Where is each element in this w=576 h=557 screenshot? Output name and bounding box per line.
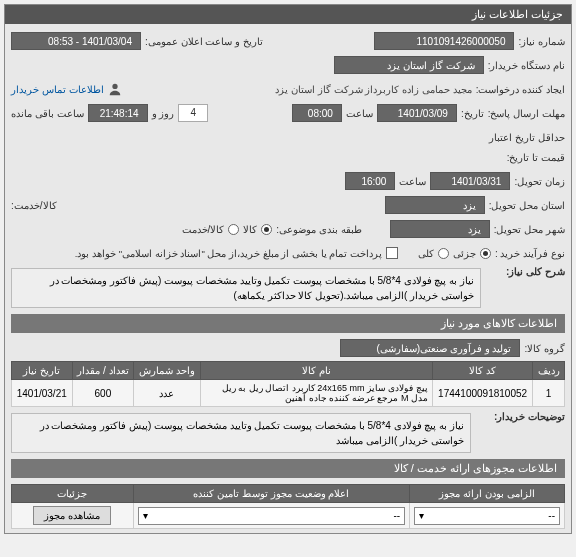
time-label-2: ساعت xyxy=(399,176,426,187)
public-date-value: 1401/03/04 - 08:53 xyxy=(11,32,141,50)
day-value: 4 xyxy=(178,104,208,122)
permit-required-select[interactable]: -- ▾ xyxy=(414,507,560,525)
th-code: کد کالا xyxy=(432,362,532,380)
td-unit: عدد xyxy=(134,380,200,407)
permit-required-value: -- xyxy=(548,510,555,521)
payment-note: پرداخت تمام یا بخشی از مبلغ خرید،از محل … xyxy=(75,248,382,259)
permits-row: -- ▾ -- ▾ مشاهده مجوز xyxy=(12,503,565,529)
delivery-time: 16:00 xyxy=(345,172,395,190)
main-header: جزئیات اطلاعات نیاز xyxy=(5,5,571,24)
main-desc-box: نیاز به پیچ فولادی 4*5/8 با مشخصات پیوست… xyxy=(11,268,481,308)
td-qty: 600 xyxy=(72,380,134,407)
goods-radio[interactable] xyxy=(261,224,272,235)
day-label: روز و xyxy=(152,108,175,119)
goods-group: تولید و فرآوری صنعتی(سفارشی) xyxy=(340,339,520,357)
chevron-down-icon: ▾ xyxy=(419,510,424,521)
svg-point-0 xyxy=(112,84,117,89)
goods-opt: کالا xyxy=(243,224,257,235)
th-date: تاریخ نیاز xyxy=(12,362,73,380)
main-header-title: جزئیات اطلاعات نیاز xyxy=(472,8,563,21)
supplier-status-select[interactable]: -- ▾ xyxy=(138,507,406,525)
th-supplier-status: اعلام وضعیت مجوز توسط تامین کننده xyxy=(133,485,410,503)
buyer-notes-label: توضیحات خریدار: xyxy=(475,411,565,422)
full-opt: کلی xyxy=(418,248,434,259)
purchase-type-label: نوع فرآیند خرید : xyxy=(495,248,565,259)
delivery-city: یزد xyxy=(390,220,490,238)
td-date: 1401/03/21 xyxy=(12,380,73,407)
td-idx: 1 xyxy=(533,380,565,407)
buyer-label: نام دستگاه خریدار: xyxy=(488,60,565,71)
main-desc-label: شرح کلی نیاز: xyxy=(485,266,565,277)
chevron-down-icon: ▾ xyxy=(143,510,148,521)
supplier-status-cell: -- ▾ xyxy=(133,503,410,529)
min-validity-label: حداقل تاریخ اعتبار xyxy=(489,132,565,143)
details-cell: مشاهده مجوز xyxy=(12,503,134,529)
need-number-value: 1101091426000050 xyxy=(374,32,514,50)
goods-service-label: کالا/خدمت: xyxy=(11,200,57,211)
contact-link[interactable]: اطلاعات تماس خریدار xyxy=(11,84,104,95)
permits-table: الزامی بودن ارائه مجوز اعلام وضعیت مجوز … xyxy=(11,484,565,529)
th-idx: ردیف xyxy=(533,362,565,380)
permit-required-cell: -- ▾ xyxy=(410,503,565,529)
full-radio[interactable] xyxy=(438,248,449,259)
th-details: جزئیات xyxy=(12,485,134,503)
treasury-checkbox[interactable] xyxy=(386,247,398,259)
th-qty: تعداد / مقدار xyxy=(72,362,134,380)
items-table: ردیف کد کالا نام کالا واحد شمارش تعداد /… xyxy=(11,361,565,407)
price-to-label: قیمت تا تاریخ: xyxy=(507,152,565,163)
send-deadline-date: 1401/03/09 xyxy=(377,104,457,122)
main-desc-text: نیاز به پیچ فولادی 4*5/8 با مشخصات پیوست… xyxy=(50,275,474,301)
delivery-deadline-label: زمان تحویل: xyxy=(514,176,565,187)
service-radio[interactable] xyxy=(228,224,239,235)
buyer-notes-box: نیاز به پیچ فولادی 4*5/8 با مشخصات پیوست… xyxy=(11,413,471,453)
th-name: نام کالا xyxy=(200,362,432,380)
view-permit-button[interactable]: مشاهده مجوز xyxy=(33,506,111,525)
permits-header: اطلاعات مجوزهای ارائه خدمت / کالا xyxy=(11,459,565,478)
requester-label: ایجاد کننده درخواست: xyxy=(476,84,565,95)
remaining-time: 21:48:14 xyxy=(88,104,148,122)
person-icon xyxy=(108,82,122,96)
td-name: پیچ فولادی سایز 24x165 mm کاربرد اتصال ر… xyxy=(200,380,432,407)
delivery-date: 1401/03/31 xyxy=(430,172,510,190)
service-opt: کالا/خدمت xyxy=(182,224,225,235)
th-permit-required: الزامی بودن ارائه مجوز xyxy=(410,485,565,503)
supplier-status-value: -- xyxy=(394,510,401,521)
delivery-city-label: شهر محل تحویل: xyxy=(494,224,565,235)
public-date-label: تاریخ و ساعت اعلان عمومی: xyxy=(145,36,263,47)
th-unit: واحد شمارش xyxy=(134,362,200,380)
items-header: اطلاعات کالاهای مورد نیاز xyxy=(11,314,565,333)
date-label-1: تاریخ: xyxy=(461,108,484,119)
permits-header-row: الزامی بودن ارائه مجوز اعلام وضعیت مجوز … xyxy=(12,485,565,503)
send-deadline-time: 08:00 xyxy=(292,104,342,122)
buyer-notes-text: نیاز به پیچ فولادی 4*5/8 با مشخصات پیوست… xyxy=(40,420,464,446)
category-label: طبقه بندی موضوعی: xyxy=(276,224,361,235)
need-number-label: شماره نیاز: xyxy=(518,36,565,47)
time-label-1: ساعت xyxy=(346,108,373,119)
send-deadline-label: مهلت ارسال پاسخ: xyxy=(488,108,565,119)
partial-opt: جزئی xyxy=(453,248,476,259)
buyer-value: شرکت گاز استان یزد xyxy=(334,56,484,74)
delivery-place-label: استان محل تحویل: xyxy=(489,200,565,211)
table-row: 1 1744100091810052 پیچ فولادی سایز 24x16… xyxy=(12,380,565,407)
partial-radio[interactable] xyxy=(480,248,491,259)
requester-value: مجید حمامی زاده کاربرداز شرکت گاز استان … xyxy=(275,84,471,95)
delivery-place: یزد xyxy=(385,196,485,214)
table-header-row: ردیف کد کالا نام کالا واحد شمارش تعداد /… xyxy=(12,362,565,380)
td-code: 1744100091810052 xyxy=(432,380,532,407)
remaining-label: ساعت باقی مانده xyxy=(11,108,84,119)
goods-group-label: گروه کالا: xyxy=(524,343,565,354)
